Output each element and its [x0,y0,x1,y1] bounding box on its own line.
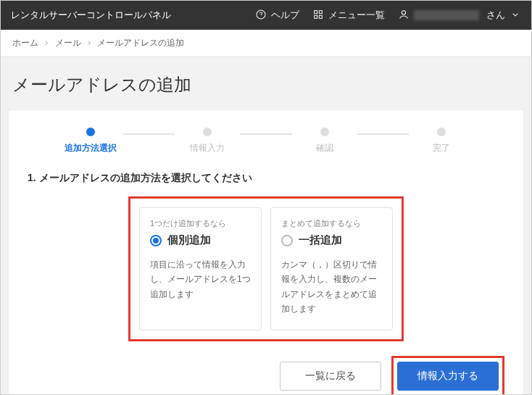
topbar: レンタルサーバーコントロールパネル ヘルプ メニュー一覧 さん [1,1,531,30]
page-title: メールアドレスの追加 [1,57,531,109]
chevron-down-icon [510,9,521,22]
user-name-redacted [414,10,479,20]
app-title: レンタルサーバーコントロールパネル [11,9,171,22]
step-1: 追加方法選択 [58,128,123,154]
step-label: 完了 [433,142,450,154]
actions: 一覧に戻る 情報入力する [28,356,504,395]
menu-label: メニュー一覧 [328,9,385,22]
step-bar [240,133,291,135]
next-highlight: 情報入力する [391,356,504,395]
svg-rect-1 [315,10,317,13]
step-label: 追加方法選択 [65,142,117,154]
breadcrumb-sep: › [88,38,91,48]
svg-rect-4 [319,15,322,18]
svg-rect-3 [315,15,317,18]
step-4: 完了 [409,128,474,154]
option-lead: 1つだけ追加するなら [150,218,251,229]
step-label: 確認 [316,142,333,154]
step-dot [320,128,329,136]
help-label: ヘルプ [271,9,299,22]
step-label: 情報入力 [190,142,225,154]
svg-point-5 [402,10,405,14]
option-desc: カンマ（，）区切りで情報を入力し、複数のメールアドレスをまとめて追加します [281,257,382,317]
breadcrumb-home[interactable]: ホーム [12,38,38,48]
section-header: 1. メールアドレスの追加方法を選択してください [28,172,504,185]
radio-individual[interactable] [150,235,162,246]
radio-bulk[interactable] [281,235,293,246]
next-button[interactable]: 情報入力する [397,362,499,391]
svg-rect-2 [319,10,322,13]
step-dot [203,128,212,136]
back-button[interactable]: 一覧に戻る [280,362,381,391]
breadcrumb-current: メールアドレスの追加 [97,38,184,48]
step-3: 確認 [292,128,357,154]
option-lead: まとめて追加するなら [281,218,382,229]
options-highlight: 1つだけ追加するなら 個別追加 項目に沿って情報を入力し、メールアドレスを1つ追… [128,196,404,341]
user-icon [398,9,410,22]
menu-link[interactable]: メニュー一覧 [312,9,385,22]
breadcrumb: ホーム › メール › メールアドレスの追加 [1,30,531,57]
option-desc: 項目に沿って情報を入力し、メールアドレスを1つ追加します [150,257,251,302]
option-individual[interactable]: 1つだけ追加するなら 個別追加 項目に沿って情報を入力し、メールアドレスを1つ追… [139,207,262,330]
step-bar [357,133,409,135]
step-bar [123,133,175,135]
option-title: 個別追加 [167,233,211,247]
help-link[interactable]: ヘルプ [255,9,299,22]
option-title: 一括追加 [299,233,342,247]
grid-icon [312,9,324,22]
step-dot [437,128,446,136]
breadcrumb-sep: › [45,38,48,48]
help-icon [255,9,267,22]
breadcrumb-mail[interactable]: メール [55,38,81,48]
step-2: 情報入力 [175,128,240,154]
option-bulk[interactable]: まとめて追加するなら 一括追加 カンマ（，）区切りで情報を入力し、複数のメールア… [270,207,393,330]
step-dot [86,128,95,136]
stepper: 追加方法選択 情報入力 確認 完了 [58,128,474,154]
content-card: 追加方法選択 情報入力 確認 完了 1. メールアドレスの追加方法を選択してくだ… [8,109,524,395]
user-suffix: さん [486,9,505,22]
user-menu[interactable]: さん [398,9,521,22]
